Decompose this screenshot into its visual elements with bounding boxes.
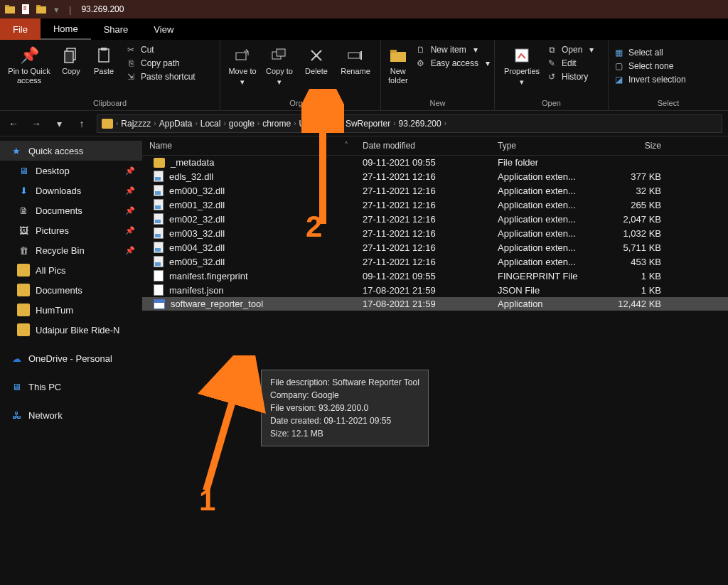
copy-button[interactable]: Copy [55, 43, 87, 76]
delete-button[interactable]: Delete [299, 43, 334, 76]
sidebar-item-pictures[interactable]: 🖼Pictures📌 [0, 220, 142, 240]
recent-locations-button[interactable]: ▾ [51, 116, 67, 132]
dll-icon [154, 256, 164, 267]
select-all-button[interactable]: ▦Select all [613, 47, 686, 58]
easy-access-button[interactable]: ⚙Easy access▾ [415, 58, 490, 69]
annotation-number-1: 1 [199, 483, 215, 517]
copy-path-button[interactable]: ⎘Copy path [125, 58, 196, 69]
breadcrumb-item[interactable]: SwReporter [346, 119, 390, 129]
qat-chevron-icon[interactable]: ▾ [54, 4, 59, 15]
sidebar-item-recycle-bin[interactable]: 🗑Recycle Bin📌 [0, 240, 142, 260]
file-row[interactable]: em000_32.dll27-11-2021 12:16Application … [142, 183, 728, 198]
sidebar-item-folder[interactable]: Documents [0, 280, 142, 300]
file-size: 12,442 KB [594, 299, 668, 309]
file-type: Application exten... [491, 186, 594, 196]
copy-to-icon [269, 45, 289, 65]
invert-selection-button[interactable]: ◪Invert selection [613, 74, 686, 85]
sidebar-item-folder[interactable]: Udaipur Bike Ride-N [0, 320, 142, 340]
sidebar: ★ Quick access 🖥Desktop📌 ⬇Downloads📌 🗎Do… [0, 136, 142, 585]
paste-button[interactable]: Paste [88, 43, 119, 76]
edit-icon: ✎ [546, 58, 557, 69]
new-item-button[interactable]: 🗋New item▾ [415, 44, 490, 55]
pin-icon: 📌 [125, 166, 135, 176]
file-row[interactable]: software_reporter_tool17-08-2021 21:59Ap… [142, 297, 728, 311]
sidebar-item-folder[interactable]: All Pics [0, 260, 142, 280]
folder-icon [4, 4, 16, 15]
open-button[interactable]: ⧉Open▾ [546, 44, 594, 55]
sidebar-quick-access[interactable]: ★ Quick access [0, 141, 142, 161]
file-row[interactable]: em001_32.dll27-11-2021 12:16Application … [142, 198, 728, 212]
file-date: 27-11-2021 12:16 [355, 257, 491, 267]
sidebar-this-pc[interactable]: 🖥This PC [0, 377, 142, 397]
svg-rect-6 [36, 5, 41, 7]
rename-button[interactable]: Rename [336, 43, 375, 76]
new-folder-button[interactable]: New folder [385, 43, 411, 85]
paste-shortcut-button[interactable]: ⇲Paste shortcut [125, 71, 196, 82]
file-type: Application exten... [491, 228, 594, 239]
breadcrumb-item[interactable]: 93.269.200 [399, 119, 441, 129]
chevron-right-icon[interactable]: › [116, 119, 118, 127]
file-tooltip: File description: Software Reporter Tool… [261, 370, 429, 446]
back-button[interactable]: ← [6, 116, 21, 132]
file-row[interactable]: em004_32.dll27-11-2021 12:16Application … [142, 240, 728, 254]
breadcrumb-item[interactable]: chrome [262, 119, 291, 129]
tooltip-line: Size: 12.1 MB [270, 427, 419, 440]
sort-icon: ˄ [344, 141, 348, 151]
file-row[interactable]: _metadata09-11-2021 09:55File folder [142, 156, 728, 169]
copy-to-button[interactable]: Copy to▾ [262, 43, 297, 87]
tab-view[interactable]: View [141, 18, 186, 40]
tab-file[interactable]: File [0, 18, 41, 40]
file-name: em005_32.dll [169, 257, 225, 267]
column-type[interactable]: Type [491, 136, 594, 155]
properties-button[interactable]: Properties▾ [499, 43, 545, 87]
file-row[interactable]: em002_32.dll27-11-2021 12:16Application … [142, 212, 728, 226]
column-date[interactable]: Date modified [355, 136, 491, 155]
breadcrumb-item[interactable]: google [229, 119, 255, 129]
sidebar-item-documents[interactable]: 🗎Documents📌 [0, 200, 142, 220]
breadcrumb-item[interactable]: Rajzzzz [121, 119, 151, 129]
sidebar-onedrive[interactable]: ☁OneDrive - Personal [0, 348, 142, 368]
file-row[interactable]: manifest.fingerprint09-11-2021 09:55FING… [142, 269, 728, 283]
dll-icon [154, 213, 164, 225]
file-date: 27-11-2021 12:16 [355, 186, 491, 196]
file-date: 27-11-2021 12:16 [355, 214, 491, 225]
file-type: File folder [491, 157, 594, 168]
file-size: 2,047 KB [594, 214, 668, 225]
sidebar-item-desktop[interactable]: 🖥Desktop📌 [0, 161, 142, 181]
sidebar-network[interactable]: 🖧Network [0, 405, 142, 425]
move-to-button[interactable]: Move to▾ [225, 43, 260, 87]
file-name: _metadata [171, 157, 214, 168]
pin-quick-access-button[interactable]: 📌 Pin to Quick access [4, 43, 54, 85]
address-bar[interactable]: › Rajzzzz› AppData› Local› google› chrom… [97, 114, 722, 133]
paste-icon [94, 45, 114, 65]
cut-button[interactable]: ✂Cut [125, 44, 196, 55]
dll-icon [154, 171, 164, 182]
breadcrumb-item[interactable]: Local [200, 119, 221, 129]
exe-icon [154, 299, 165, 309]
downloads-icon: ⬇ [17, 184, 30, 197]
rename-icon [346, 45, 365, 65]
sidebar-item-folder[interactable]: HumTum [0, 300, 142, 320]
history-button[interactable]: ↺History [546, 71, 594, 82]
forward-button[interactable]: → [28, 116, 44, 132]
tab-share[interactable]: Share [91, 18, 141, 40]
pin-icon: 📌 [125, 246, 135, 255]
file-row[interactable]: edls_32.dll27-11-2021 12:16Application e… [142, 169, 728, 183]
group-label-new: New [385, 99, 490, 109]
file-row[interactable]: manifest.json17-08-2021 21:59JSON File1 … [142, 283, 728, 297]
tooltip-line: File description: Software Reporter Tool [270, 376, 419, 389]
edit-button[interactable]: ✎Edit [546, 58, 594, 69]
file-row[interactable]: em005_32.dll27-11-2021 12:16Application … [142, 254, 728, 269]
tab-home[interactable]: Home [41, 18, 91, 40]
file-date: 27-11-2021 12:16 [355, 200, 491, 210]
file-row[interactable]: em003_32.dll27-11-2021 12:16Application … [142, 226, 728, 240]
select-none-button[interactable]: ▢Select none [613, 60, 686, 72]
select-none-icon: ▢ [613, 60, 624, 72]
breadcrumb-item[interactable]: AppData [159, 119, 193, 129]
file-name: em001_32.dll [169, 200, 225, 210]
sidebar-item-downloads[interactable]: ⬇Downloads📌 [0, 181, 142, 200]
dll-icon [154, 185, 164, 196]
column-size[interactable]: Size [594, 136, 668, 155]
up-button[interactable]: ↑ [74, 116, 90, 132]
svg-rect-13 [277, 49, 285, 56]
